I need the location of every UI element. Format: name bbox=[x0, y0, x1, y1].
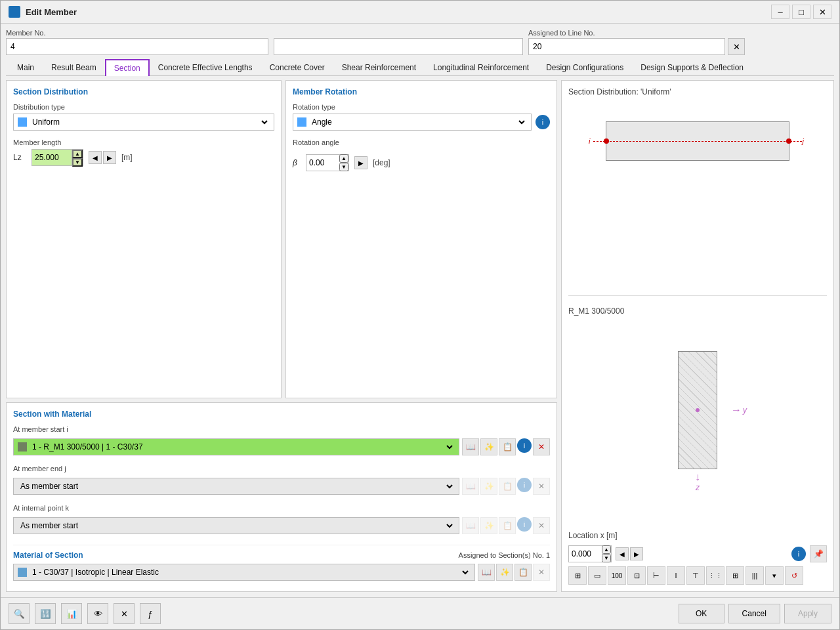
beam-point-j-label: j bbox=[803, 137, 804, 145]
internal-book-btn[interactable]: 📖 bbox=[462, 517, 479, 534]
end-book-btn[interactable]: 📖 bbox=[462, 478, 479, 495]
end-info-btn[interactable]: i bbox=[517, 478, 532, 492]
footer-chart-btn[interactable]: 📊 bbox=[61, 603, 82, 624]
internal-info-btn[interactable]: i bbox=[517, 517, 532, 532]
tab-concrete-effective-lengths[interactable]: Concrete Effective Lengths bbox=[150, 59, 261, 75]
start-add-btn[interactable]: ✨ bbox=[480, 438, 497, 455]
location-input[interactable]: 0.000 bbox=[569, 548, 602, 560]
start-select-wrapper[interactable]: 1 - R_M1 300/5000 | 1 - C30/37 bbox=[13, 438, 459, 455]
tab-shear-reinforcement[interactable]: Shear Reinforcement bbox=[333, 59, 425, 75]
beta-spin-down[interactable]: ▼ bbox=[339, 163, 348, 171]
lz-nav-next[interactable]: ▶ bbox=[103, 151, 116, 164]
end-edit-btn[interactable]: 📋 bbox=[499, 478, 516, 495]
end-select-wrapper[interactable]: As member start bbox=[13, 478, 459, 495]
end-select[interactable]: As member start bbox=[18, 481, 455, 492]
assigned-clear-button[interactable]: ✕ bbox=[728, 38, 745, 55]
end-label: At member end j bbox=[13, 465, 550, 472]
location-info-btn[interactable]: i bbox=[791, 547, 806, 561]
lz-spin-down[interactable]: ▼ bbox=[72, 158, 83, 167]
rotation-type-select-wrapper[interactable]: Angle bbox=[293, 114, 532, 131]
start-select[interactable]: 1 - R_M1 300/5000 | 1 - C30/37 bbox=[30, 442, 455, 452]
cancel-button[interactable]: Cancel bbox=[728, 604, 780, 623]
tab-concrete-cover[interactable]: Concrete Cover bbox=[261, 59, 333, 75]
bt-i-btn[interactable]: I bbox=[667, 566, 685, 585]
internal-clear-btn[interactable]: ✕ bbox=[533, 517, 550, 534]
internal-edit-btn[interactable]: 📋 bbox=[499, 517, 516, 534]
close-button[interactable]: ✕ bbox=[813, 5, 831, 19]
material-select-wrapper[interactable]: 1 - C30/37 | Isotropic | Linear Elastic bbox=[13, 564, 475, 581]
empty-input[interactable] bbox=[274, 38, 523, 55]
beta-input[interactable]: 0.00 bbox=[306, 157, 339, 169]
material-book-btn[interactable]: 📖 bbox=[478, 564, 495, 581]
internal-row: At internal point k As member start 📖 ✨ … bbox=[13, 504, 550, 538]
material-add-btn[interactable]: ✨ bbox=[496, 564, 513, 581]
assigned-input[interactable]: 20 bbox=[528, 38, 725, 55]
tab-section[interactable]: Section bbox=[105, 59, 150, 76]
location-nav-prev[interactable]: ◀ bbox=[616, 547, 629, 560]
tab-design-supports-deflection[interactable]: Design Supports & Deflection bbox=[632, 59, 752, 75]
ok-button[interactable]: OK bbox=[679, 604, 724, 623]
footer-search-btn[interactable]: 🔍 bbox=[9, 603, 30, 624]
material-edit-btn[interactable]: 📋 bbox=[514, 564, 532, 581]
footer-calc-btn[interactable]: 🔢 bbox=[35, 603, 56, 624]
location-spin-down[interactable]: ▼ bbox=[602, 554, 611, 562]
internal-select[interactable]: As member start bbox=[18, 520, 455, 531]
bt-move-btn[interactable]: ⊞ bbox=[568, 566, 587, 585]
y-arrow-icon: → bbox=[731, 404, 742, 416]
lz-input[interactable]: 25.000 bbox=[32, 152, 72, 163]
rotation-type-select[interactable]: Angle bbox=[309, 117, 527, 127]
location-nav-arrows: ◀ ▶ bbox=[616, 547, 643, 560]
bt-section-btn[interactable]: ⊡ bbox=[627, 566, 646, 585]
minimize-button[interactable]: – bbox=[771, 5, 789, 19]
footer-delete-btn[interactable]: ✕ bbox=[114, 603, 135, 624]
start-clear-btn[interactable]: ✕ bbox=[533, 438, 550, 455]
bt-grid-btn[interactable]: ⊞ bbox=[726, 566, 744, 585]
bt-cols-btn[interactable]: ||| bbox=[746, 566, 764, 585]
internal-select-wrapper[interactable]: As member start bbox=[13, 517, 459, 534]
bt-frame-btn[interactable]: ▭ bbox=[588, 566, 606, 585]
beta-spin-up[interactable]: ▲ bbox=[339, 154, 348, 163]
bt-measure-btn[interactable]: ⊢ bbox=[647, 566, 665, 585]
maximize-button[interactable]: □ bbox=[792, 5, 810, 19]
lz-spinner[interactable]: 25.000 ▲ ▼ bbox=[32, 149, 83, 166]
bt-dots-btn[interactable]: ⋮⋮ bbox=[706, 566, 724, 585]
distribution-type-select[interactable]: Uniform bbox=[30, 117, 270, 127]
bt-t-btn[interactable]: ⊤ bbox=[686, 566, 705, 585]
lz-nav-prev[interactable]: ◀ bbox=[89, 151, 102, 164]
bt-refresh-btn[interactable]: ↺ bbox=[785, 566, 803, 585]
end-clear-btn[interactable]: ✕ bbox=[533, 478, 550, 495]
tab-longitudinal-reinforcement[interactable]: Longitudinal Reinforcement bbox=[425, 59, 537, 75]
section-side-view-container: → y ↓ z bbox=[568, 322, 827, 499]
member-no-input[interactable]: 4 bbox=[6, 38, 268, 55]
material-clear-btn[interactable]: ✕ bbox=[533, 564, 550, 581]
start-edit-btn[interactable]: 📋 bbox=[499, 438, 516, 455]
beta-nav-right[interactable]: ▶ bbox=[354, 156, 368, 169]
beta-spinner[interactable]: 0.00 ▲ ▼ bbox=[306, 154, 349, 171]
location-spin-up[interactable]: ▲ bbox=[602, 545, 611, 554]
apply-button[interactable]: Apply bbox=[784, 604, 831, 623]
material-select[interactable]: 1 - C30/37 | Isotropic | Linear Elastic bbox=[30, 567, 471, 578]
top-fields: Member No. 4 Assigned to Line No. 20 ✕ bbox=[6, 29, 834, 55]
footer-view-btn[interactable]: 👁 bbox=[87, 603, 108, 624]
beam-top-view: i j bbox=[606, 121, 789, 161]
lz-spin-up[interactable]: ▲ bbox=[72, 150, 83, 158]
footer-formula-btn[interactable]: ƒ bbox=[140, 603, 161, 624]
bt-100-btn[interactable]: 100 bbox=[608, 566, 626, 585]
start-book-btn[interactable]: 📖 bbox=[462, 438, 479, 455]
lz-unit: [m] bbox=[121, 153, 133, 162]
end-add-btn[interactable]: ✨ bbox=[480, 478, 497, 495]
distribution-type-select-wrapper[interactable]: Uniform bbox=[13, 114, 274, 131]
tab-design-configurations[interactable]: Design Configurations bbox=[537, 59, 632, 75]
start-info-btn[interactable]: i bbox=[517, 438, 532, 453]
assigned-group: Assigned to Line No. 20 ✕ bbox=[528, 29, 745, 55]
start-label: At member start i bbox=[13, 425, 550, 433]
tab-result-beam[interactable]: Result Beam bbox=[43, 59, 105, 75]
tab-main[interactable]: Main bbox=[9, 59, 43, 75]
bt-arrow-btn[interactable]: ▾ bbox=[765, 566, 784, 585]
beta-unit: [deg] bbox=[373, 158, 390, 167]
location-nav-next[interactable]: ▶ bbox=[630, 547, 643, 560]
location-pin-btn[interactable]: 📌 bbox=[810, 545, 827, 562]
location-spinner[interactable]: 0.000 ▲ ▼ bbox=[568, 545, 612, 562]
internal-add-btn[interactable]: ✨ bbox=[480, 517, 497, 534]
rotation-info-button[interactable]: i bbox=[536, 115, 550, 129]
